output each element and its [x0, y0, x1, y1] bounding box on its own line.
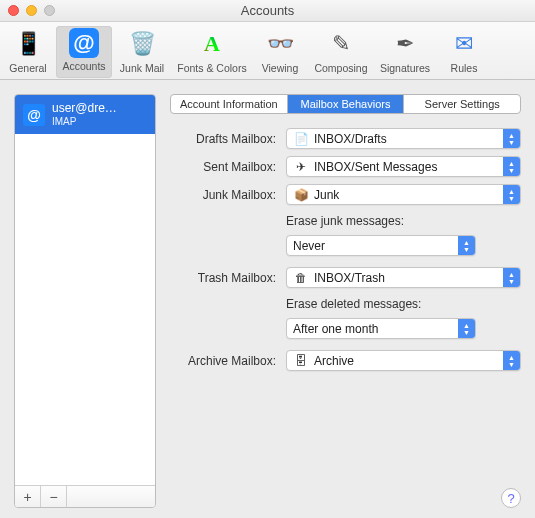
tab-account-information[interactable]: Account Information: [171, 95, 288, 113]
junk-label: Junk Mailbox:: [176, 188, 276, 202]
toolbar-accounts[interactable]: @ Accounts: [56, 26, 112, 78]
archive-value: Archive: [314, 354, 354, 368]
archive-mailbox-select[interactable]: 🗄 Archive: [286, 350, 521, 371]
rules-icon: ✉︎: [448, 28, 480, 60]
toolbar-label: Fonts & Colors: [177, 62, 246, 74]
glasses-icon: 👓: [264, 28, 296, 60]
chevron-updown-icon: [458, 319, 475, 338]
accounts-sidebar: @ user@dre… IMAP + −: [14, 94, 156, 508]
toolbar-label: Signatures: [380, 62, 430, 74]
sidebar-footer-spacer: [67, 486, 155, 507]
junk-value: Junk: [314, 188, 339, 202]
drafts-value: INBOX/Drafts: [314, 132, 387, 146]
account-row[interactable]: @ user@dre… IMAP: [15, 95, 155, 134]
sent-mailbox-select[interactable]: ✈︎ INBOX/Sent Messages: [286, 156, 521, 177]
sent-label: Sent Mailbox:: [176, 160, 276, 174]
trash-label: Trash Mailbox:: [176, 271, 276, 285]
titlebar: Accounts: [0, 0, 535, 22]
archive-label: Archive Mailbox:: [176, 354, 276, 368]
toolbar-label: General: [9, 62, 46, 74]
chevron-updown-icon: [503, 268, 520, 287]
compose-icon: ✎: [325, 28, 357, 60]
erase-deleted-select[interactable]: After one month: [286, 318, 476, 339]
account-subtitle: IMAP: [52, 116, 117, 128]
settings-tabs: Account Information Mailbox Behaviors Se…: [170, 94, 521, 114]
trash-value: INBOX/Trash: [314, 271, 385, 285]
toolbar-label: Rules: [451, 62, 478, 74]
toolbar-general[interactable]: 📱 General: [0, 26, 56, 78]
sent-value: INBOX/Sent Messages: [314, 160, 437, 174]
add-account-button[interactable]: +: [15, 486, 41, 507]
account-name: user@dre…: [52, 102, 117, 116]
trash-icon: 🗑: [293, 270, 309, 286]
chevron-updown-icon: [503, 157, 520, 176]
chevron-updown-icon: [503, 185, 520, 204]
chevron-updown-icon: [503, 129, 520, 148]
tab-server-settings[interactable]: Server Settings: [404, 95, 520, 113]
toolbar-signatures[interactable]: ✒︎ Signatures: [374, 26, 436, 78]
drafts-label: Drafts Mailbox:: [176, 132, 276, 146]
signature-icon: ✒︎: [389, 28, 421, 60]
at-icon: @: [23, 104, 45, 126]
preferences-toolbar: 📱 General @ Accounts 🗑️ Junk Mail A Font…: [0, 22, 535, 80]
junk-mailbox-select[interactable]: 📦 Junk: [286, 184, 521, 205]
trash-icon: 🗑️: [126, 28, 158, 60]
drafts-mailbox-select[interactable]: 📄 INBOX/Drafts: [286, 128, 521, 149]
erase-junk-label: Erase junk messages:: [286, 214, 521, 228]
erase-junk-value: Never: [293, 239, 325, 253]
help-button[interactable]: ?: [501, 488, 521, 508]
toolbar-viewing[interactable]: 👓 Viewing: [252, 26, 308, 78]
erase-junk-select[interactable]: Never: [286, 235, 476, 256]
drafts-icon: 📄: [293, 131, 309, 147]
toolbar-label: Accounts: [62, 60, 105, 72]
erase-deleted-value: After one month: [293, 322, 378, 336]
erase-deleted-label: Erase deleted messages:: [286, 297, 521, 311]
window-title: Accounts: [0, 3, 535, 18]
trash-mailbox-select[interactable]: 🗑 INBOX/Trash: [286, 267, 521, 288]
toolbar-label: Composing: [314, 62, 367, 74]
fonts-icon: A: [196, 28, 228, 60]
junk-icon: 📦: [293, 187, 309, 203]
device-icon: 📱: [12, 28, 44, 60]
archive-icon: 🗄: [293, 353, 309, 369]
mailbox-behaviors-form: Drafts Mailbox: 📄 INBOX/Drafts Sent Mail…: [170, 128, 521, 371]
at-icon: @: [69, 28, 99, 58]
toolbar-junk-mail[interactable]: 🗑️ Junk Mail: [112, 26, 172, 78]
tab-mailbox-behaviors[interactable]: Mailbox Behaviors: [288, 95, 405, 113]
toolbar-rules[interactable]: ✉︎ Rules: [436, 26, 492, 78]
remove-account-button[interactable]: −: [41, 486, 67, 507]
toolbar-composing[interactable]: ✎ Composing: [308, 26, 374, 78]
chevron-updown-icon: [458, 236, 475, 255]
sent-icon: ✈︎: [293, 159, 309, 175]
toolbar-label: Viewing: [262, 62, 299, 74]
chevron-updown-icon: [503, 351, 520, 370]
toolbar-label: Junk Mail: [120, 62, 164, 74]
accounts-list[interactable]: @ user@dre… IMAP: [15, 95, 155, 485]
toolbar-fonts-colors[interactable]: A Fonts & Colors: [172, 26, 252, 78]
